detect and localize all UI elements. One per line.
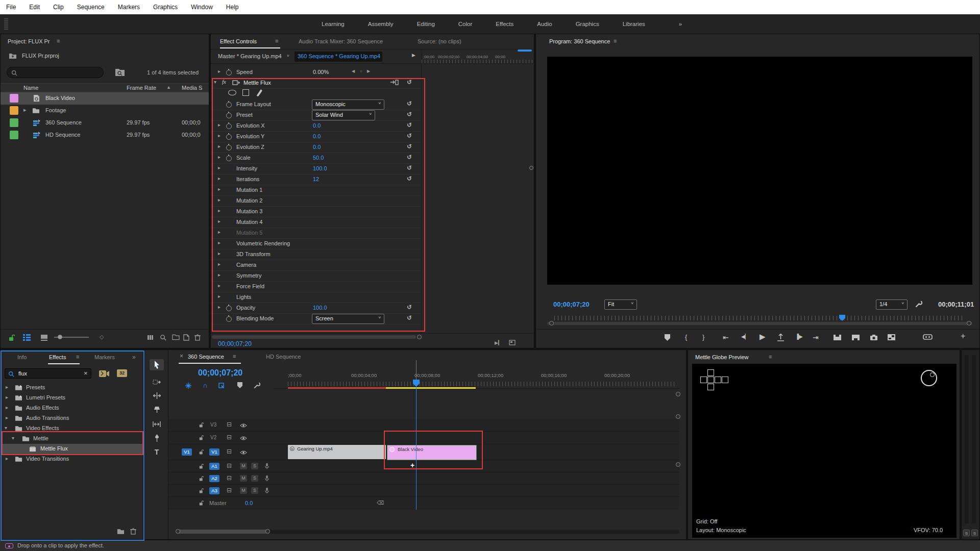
slip-tool[interactable] bbox=[150, 418, 164, 430]
collapse-chevron-icon[interactable] bbox=[12, 436, 14, 441]
column-name[interactable]: Name bbox=[23, 85, 38, 91]
selection-tool[interactable] bbox=[150, 359, 164, 370]
sort-ascending-icon[interactable]: ▲ bbox=[166, 85, 171, 90]
globe-panel-menu-icon[interactable] bbox=[769, 354, 772, 360]
expand-chevron-icon[interactable] bbox=[218, 262, 220, 267]
tree-item-audio-transitions[interactable]: Audio Transitions bbox=[1, 413, 143, 423]
menu-clip[interactable]: Clip bbox=[53, 4, 64, 11]
menu-graphics[interactable]: Graphics bbox=[153, 4, 178, 11]
expand-chevron-icon[interactable] bbox=[218, 240, 220, 245]
accelerated-effects-filter-icon[interactable] bbox=[99, 369, 110, 378]
workspace-editing[interactable]: Editing bbox=[417, 21, 435, 27]
expand-chevron-icon[interactable] bbox=[6, 385, 8, 390]
clear-search-icon[interactable] bbox=[84, 370, 88, 377]
step-forward-icon[interactable] bbox=[795, 334, 803, 339]
reset-param-icon[interactable] bbox=[407, 101, 412, 107]
voiceover-mic-icon[interactable] bbox=[264, 487, 270, 494]
program-video-frame[interactable] bbox=[547, 57, 972, 285]
sync-lock-icon[interactable] bbox=[227, 487, 232, 493]
tab-source[interactable]: Source: (no clips) bbox=[418, 38, 461, 44]
expand-chevron-icon[interactable] bbox=[218, 144, 220, 149]
param-value[interactable]: 100.0 bbox=[313, 165, 327, 171]
ec-zoom-bar[interactable] bbox=[518, 49, 532, 52]
workspace-color[interactable]: Color bbox=[458, 21, 472, 27]
expand-chevron-icon[interactable] bbox=[218, 294, 220, 299]
track-name-a1[interactable]: A1 bbox=[209, 463, 219, 470]
stopwatch-icon[interactable] bbox=[226, 134, 232, 140]
delete-icon[interactable] bbox=[194, 334, 201, 341]
extract-icon[interactable] bbox=[851, 334, 860, 341]
play-button[interactable] bbox=[760, 333, 766, 340]
workspace-overflow-button[interactable]: » bbox=[679, 21, 682, 27]
reset-param-icon[interactable] bbox=[407, 165, 412, 171]
tree-item-audio-effects[interactable]: Audio Effects bbox=[1, 403, 143, 413]
track-name[interactable]: V2 bbox=[210, 435, 216, 440]
type-tool[interactable]: T bbox=[150, 446, 164, 458]
project-search-input[interactable] bbox=[7, 67, 104, 78]
expand-chevron-icon[interactable] bbox=[218, 176, 220, 181]
playback-resolution-dropdown[interactable]: 1/4 bbox=[876, 299, 908, 310]
expand-chevron-icon[interactable] bbox=[218, 230, 220, 235]
zoom-level-dropdown[interactable]: Fit bbox=[604, 299, 637, 310]
project-panel-menu-icon[interactable] bbox=[57, 38, 60, 44]
clip-black-video[interactable]: Black Video bbox=[387, 445, 477, 460]
copy-keyframes-icon[interactable] bbox=[390, 80, 399, 85]
automate-to-sequence-icon[interactable] bbox=[148, 334, 156, 341]
workspace-audio[interactable]: Audio bbox=[537, 21, 552, 27]
tab-effects[interactable]: Effects bbox=[49, 354, 66, 360]
timeline-vscroll-knob-mid[interactable] bbox=[676, 414, 680, 419]
list-view-icon[interactable] bbox=[23, 334, 31, 341]
timeline-ruler[interactable]: ;00;00 00;00;04;00 00;00;08;00 00;00;12;… bbox=[274, 370, 679, 389]
snapshot-icon[interactable] bbox=[509, 340, 516, 345]
sort-icon[interactable]: ◇ bbox=[100, 334, 104, 340]
program-timecode[interactable]: 00;00;07;20 bbox=[553, 300, 590, 308]
project-row-360-sequence[interactable]: 360 Sequence 29.97 fps 00;00;0 bbox=[1, 117, 209, 129]
button-editor-icon[interactable] bbox=[961, 332, 965, 340]
clip-gearing-up[interactable]: fx Gearing Up.mp4 bbox=[288, 445, 386, 459]
expand-chevron-icon[interactable] bbox=[218, 251, 220, 256]
effects-panel-menu-icon[interactable] bbox=[76, 354, 79, 360]
close-sequence-tab-icon[interactable] bbox=[180, 353, 183, 359]
tab-hd-sequence[interactable]: HD Sequence bbox=[266, 354, 301, 360]
solo-button[interactable]: S bbox=[251, 475, 258, 482]
next-keyframe-icon[interactable]: ▶ bbox=[367, 69, 370, 73]
workspace-effects[interactable]: Effects bbox=[496, 21, 513, 27]
expand-chevron-icon[interactable] bbox=[218, 219, 220, 224]
chevron-down-icon[interactable] bbox=[286, 54, 290, 58]
solo-left-button[interactable]: S bbox=[963, 530, 970, 536]
timeline-panel-menu-icon[interactable] bbox=[233, 354, 236, 359]
lift-icon[interactable] bbox=[833, 334, 842, 341]
track-lock-icon[interactable] bbox=[199, 463, 204, 469]
timeline-vscroll-knob-bottom[interactable] bbox=[676, 462, 680, 467]
stopwatch-icon[interactable] bbox=[226, 102, 232, 108]
collapse-chevron-icon[interactable] bbox=[5, 425, 7, 431]
project-row-footage[interactable]: Footage bbox=[1, 105, 209, 117]
stopwatch-icon[interactable] bbox=[226, 113, 232, 118]
item-name[interactable]: 360 Sequence bbox=[45, 119, 82, 126]
param-value[interactable]: 0.0 bbox=[313, 122, 321, 129]
transform-gizmo-icon[interactable] bbox=[232, 80, 240, 86]
expand-chevron-icon[interactable] bbox=[218, 155, 220, 160]
track-name-a3[interactable]: A3 bbox=[209, 487, 219, 494]
insert-overwrite-as-sequence-icon[interactable] bbox=[185, 382, 192, 389]
sync-lock-icon[interactable] bbox=[227, 421, 232, 428]
expand-chevron-icon[interactable] bbox=[218, 208, 220, 213]
program-panel-menu-icon[interactable] bbox=[614, 38, 617, 44]
voiceover-mic-icon[interactable] bbox=[264, 474, 270, 482]
stopwatch-icon[interactable] bbox=[226, 306, 232, 311]
tree-item-lumetri-presets[interactable]: Lumetri Presets bbox=[1, 393, 143, 403]
vr-video-display-icon[interactable] bbox=[923, 334, 933, 340]
timeline-hscroll-right-knob[interactable] bbox=[265, 529, 270, 534]
expand-chevron-icon[interactable] bbox=[218, 165, 220, 170]
pen-tool[interactable] bbox=[150, 432, 164, 443]
icon-view-icon[interactable] bbox=[40, 334, 48, 341]
project-writable-lock-icon[interactable] bbox=[9, 334, 15, 341]
sync-lock-icon[interactable] bbox=[227, 463, 232, 469]
project-row-hd-sequence[interactable]: HD Sequence 29.97 fps 00;00;0 bbox=[1, 129, 209, 141]
snap-toggle-icon[interactable] bbox=[203, 382, 207, 389]
track-lock-icon[interactable] bbox=[199, 422, 204, 428]
track-name-v1[interactable]: V1 bbox=[209, 448, 219, 456]
zoom-slider-knob[interactable] bbox=[58, 335, 62, 339]
stopwatch-icon[interactable] bbox=[226, 316, 232, 322]
expand-chevron-icon[interactable] bbox=[218, 122, 220, 128]
